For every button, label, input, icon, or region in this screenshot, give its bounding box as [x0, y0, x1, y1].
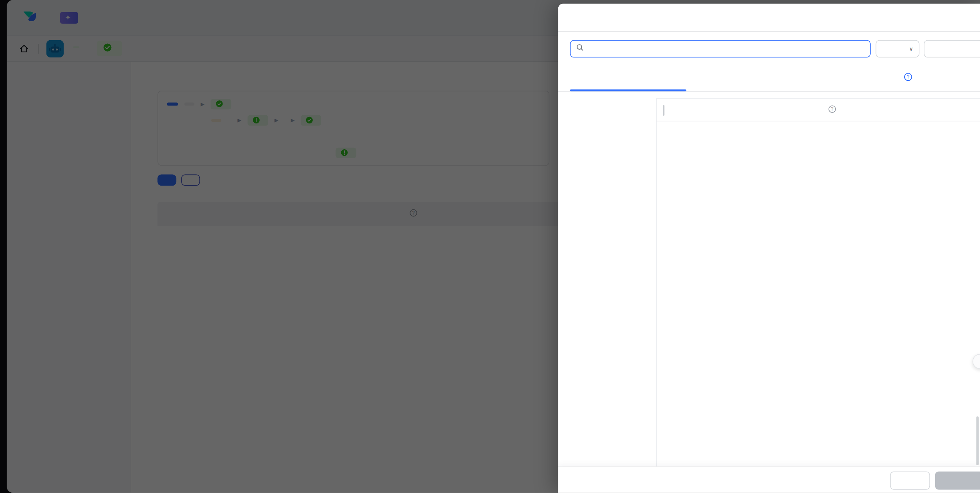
divider	[558, 31, 980, 32]
filter-review-dropdown[interactable]: ∨	[924, 40, 980, 57]
divider	[656, 98, 657, 466]
scrollbar-thumb[interactable]	[976, 416, 978, 465]
drawer-footer	[558, 466, 980, 493]
search-icon	[576, 43, 584, 54]
question-circle-icon[interactable]: ?	[828, 105, 836, 115]
permission-tabs: ?	[558, 64, 980, 92]
open-permission-drawer: ∨ ∨ ? ?	[558, 4, 980, 493]
chevron-down-icon: ∨	[909, 46, 913, 52]
search-input[interactable]	[570, 40, 871, 57]
col-review-required: ?	[826, 105, 836, 115]
svg-text:?: ?	[907, 74, 909, 80]
svg-text:?: ?	[831, 106, 834, 112]
cancel-button[interactable]	[890, 472, 930, 489]
active-tab-indicator	[570, 89, 686, 91]
confirm-open-permission-button[interactable]	[935, 472, 980, 489]
select-all-checkbox[interactable]	[663, 106, 664, 115]
help-choose-type-link[interactable]: ?	[904, 73, 916, 83]
filter-permission-name-dropdown[interactable]: ∨	[876, 40, 919, 57]
floating-help-button[interactable]	[973, 354, 980, 369]
screen: ✦	[0, 0, 980, 493]
modal-table-header: ?	[656, 98, 980, 121]
close-icon[interactable]	[964, 11, 978, 25]
question-circle-icon: ?	[904, 73, 912, 83]
